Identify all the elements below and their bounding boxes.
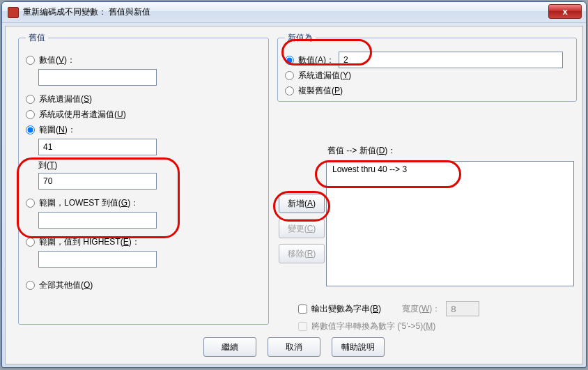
radio-old-sysmis[interactable] xyxy=(26,95,35,104)
radio-old-range-high[interactable] xyxy=(26,238,35,247)
radio-old-all-other[interactable] xyxy=(26,281,35,290)
remove-button: 移除(R) xyxy=(279,244,325,263)
checkbox-convert-numeric xyxy=(298,322,307,331)
label-width: 寬度(W)： xyxy=(402,303,440,315)
radio-new-value[interactable] xyxy=(285,56,294,65)
input-range-low[interactable] xyxy=(38,212,157,229)
radio-new-copy[interactable] xyxy=(285,86,294,95)
dialog-buttons: 繼續 取消 輔助說明 xyxy=(6,337,582,357)
titlebar: 重新編碼成不同變數： 舊值與新值 x xyxy=(2,2,586,23)
label-range-to: 到(T) xyxy=(38,160,261,171)
radio-old-range-low[interactable] xyxy=(26,199,35,208)
listbox-mappings[interactable]: Lowest thru 40 --> 3 xyxy=(326,161,574,286)
legend-old: 舊值 xyxy=(26,32,48,44)
input-range-from[interactable] xyxy=(38,139,157,155)
input-range-high[interactable] xyxy=(38,251,157,268)
client-area: 舊值 數值(V)： 系統遺漏值(S) 系統或使用者遺漏值(U) 範圍(N)： 到… xyxy=(5,26,583,364)
radio-new-sysmis[interactable] xyxy=(285,71,294,80)
app-icon xyxy=(8,7,19,18)
label-output-string: 輸出變數為字串(B) xyxy=(311,303,381,315)
input-range-to[interactable] xyxy=(38,173,157,190)
help-button[interactable]: 輔助說明 xyxy=(332,337,385,357)
label-new-value: 數值(A)： xyxy=(298,54,334,66)
input-old-value[interactable] xyxy=(38,69,157,86)
label-new-sysmis: 系統遺漏值(Y) xyxy=(298,70,351,82)
label-new-copy: 複製舊值(P) xyxy=(298,85,343,97)
label-convert-numeric: 將數值字串轉換為數字 ('5'->5)(M) xyxy=(311,321,435,332)
add-button[interactable]: 新增(A) xyxy=(279,194,325,213)
label-old-range-high: 範圍，值到 HIGHEST(E)： xyxy=(39,236,140,248)
window-title: 重新編碼成不同變數： 舊值與新值 xyxy=(23,6,150,18)
radio-old-value[interactable] xyxy=(26,56,35,65)
label-old-all-other: 全部其他值(O) xyxy=(39,279,93,291)
checkbox-output-string[interactable] xyxy=(298,305,307,314)
radio-old-range[interactable] xyxy=(26,125,35,134)
input-new-value[interactable] xyxy=(339,52,563,68)
mapping-area: 舊值 --> 新值(D)： Lowest thru 40 --> 3 xyxy=(326,145,574,286)
label-old-sysmis: 系統遺漏值(S) xyxy=(39,93,92,105)
close-button[interactable]: x xyxy=(548,4,582,19)
radio-old-usermis[interactable] xyxy=(26,110,35,119)
legend-new: 新值為 xyxy=(285,32,316,44)
dialog-recode-values: 重新編碼成不同變數： 舊值與新值 x 舊值 數值(V)： 系統遺漏值(S) 系統… xyxy=(1,1,587,368)
mapping-buttons: 新增(A) 變更(C) 移除(R) xyxy=(279,194,327,269)
label-mapping: 舊值 --> 新值(D)： xyxy=(327,145,574,157)
label-old-range-low: 範圍，LOWEST 到值(G)： xyxy=(39,197,139,209)
output-options: 輸出變數為字串(B) 寬度(W)： 將數值字串轉換為數字 ('5'->5)(M) xyxy=(298,297,577,337)
input-width xyxy=(446,301,479,316)
label-old-value: 數值(V)： xyxy=(39,54,75,66)
continue-button[interactable]: 繼續 xyxy=(203,337,256,357)
change-button: 變更(C) xyxy=(279,219,325,238)
fieldset-new-value: 新值為 數值(A)： 系統遺漏值(Y) 複製舊值(P) xyxy=(277,32,577,102)
label-old-usermis: 系統或使用者遺漏值(U) xyxy=(39,109,126,121)
label-old-range: 範圍(N)： xyxy=(39,124,76,136)
list-item[interactable]: Lowest thru 40 --> 3 xyxy=(330,163,571,176)
cancel-button[interactable]: 取消 xyxy=(268,337,320,357)
fieldset-old-value: 舊值 數值(V)： 系統遺漏值(S) 系統或使用者遺漏值(U) 範圍(N)： 到… xyxy=(18,32,269,325)
